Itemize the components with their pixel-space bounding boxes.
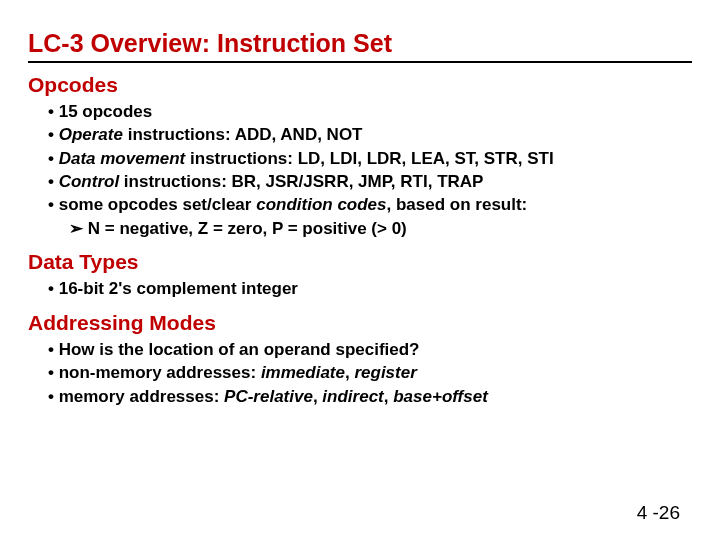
list-item: Operate instructions: ADD, AND, NOT	[62, 123, 692, 146]
sublist-item: N = negative, Z = zero, P = positive (> …	[86, 217, 692, 240]
opcodes-list: 15 opcodes Operate instructions: ADD, AN…	[28, 100, 692, 241]
text: some opcodes set/clear	[59, 195, 256, 214]
text-italic: Data movement	[59, 149, 186, 168]
list-item: How is the location of an operand specif…	[62, 338, 692, 361]
text: instructions: LD, LDI, LDR, LEA, ST, STR…	[185, 149, 553, 168]
section-heading-addrmodes: Addressing Modes	[28, 311, 692, 334]
text-bolditalic: condition codes	[256, 195, 386, 214]
text: ,	[345, 363, 354, 382]
datatypes-list: 16-bit 2's complement integer	[28, 277, 692, 300]
text: N = negative, Z = zero, P = positive (> …	[88, 219, 407, 238]
text-bolditalic: base+offset	[393, 387, 488, 406]
text: memory addresses:	[59, 387, 224, 406]
text-bolditalic: immediate	[261, 363, 345, 382]
addrmodes-list: How is the location of an operand specif…	[28, 338, 692, 408]
text-bolditalic: register	[354, 363, 416, 382]
text: , based on result:	[387, 195, 528, 214]
list-item: 16-bit 2's complement integer	[62, 277, 692, 300]
list-item: Data movement instructions: LD, LDI, LDR…	[62, 147, 692, 170]
text: instructions: BR, JSR/JSRR, JMP, RTI, TR…	[119, 172, 483, 191]
opcodes-sublist: N = negative, Z = zero, P = positive (> …	[62, 217, 692, 240]
text: instructions: ADD, AND, NOT	[123, 125, 363, 144]
text: 15 opcodes	[59, 102, 153, 121]
text: How is the location of an operand specif…	[59, 340, 420, 359]
list-item: non-memory addresses: immediate, registe…	[62, 361, 692, 384]
section-heading-datatypes: Data Types	[28, 250, 692, 273]
text: 16-bit 2's complement integer	[59, 279, 298, 298]
text-italic: Operate	[59, 125, 123, 144]
list-item: some opcodes set/clear condition codes, …	[62, 193, 692, 240]
text: ,	[384, 387, 393, 406]
slide-title: LC-3 Overview: Instruction Set	[28, 30, 692, 63]
text-bolditalic: PC-relative	[224, 387, 313, 406]
text-italic: Control	[59, 172, 119, 191]
text: ,	[313, 387, 322, 406]
list-item: memory addresses: PC-relative, indirect,…	[62, 385, 692, 408]
list-item: 15 opcodes	[62, 100, 692, 123]
text: non-memory addresses:	[59, 363, 261, 382]
section-heading-opcodes: Opcodes	[28, 73, 692, 96]
slide: LC-3 Overview: Instruction Set Opcodes 1…	[0, 0, 720, 540]
text-bolditalic: indirect	[322, 387, 383, 406]
page-number: 4 -26	[637, 502, 680, 524]
list-item: Control instructions: BR, JSR/JSRR, JMP,…	[62, 170, 692, 193]
